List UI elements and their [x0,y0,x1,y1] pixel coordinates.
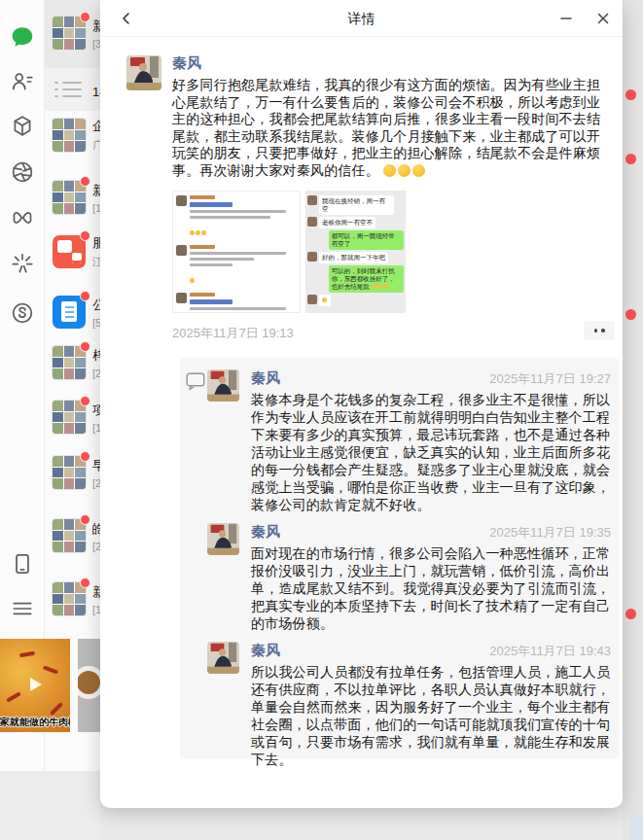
window-corner-fragment [630,815,643,840]
unread-badge [80,291,90,301]
unread-badge [80,514,90,525]
chat-title: 新 [92,182,100,199]
comment: 秦风2025年11月7日 19:27 装修本身是个花钱多的复杂工程，很多业主不是… [207,369,611,513]
bottom-left-strip [0,771,100,840]
unread-badge [80,176,90,187]
post-timestamp: 2025年11月7日 19:13 [172,325,294,342]
minimize-button[interactable] [553,6,580,31]
chat-title: 新 [92,583,100,601]
unread-badge [625,89,636,100]
chat-subtitle: 江 [92,255,100,269]
chat-subtitle: [1 [92,202,100,214]
comment-author-name[interactable]: 秦风 [251,369,280,388]
close-button[interactable] [589,6,617,31]
chat-title: 新 [92,18,100,35]
chat-list-item[interactable]: 公[5 [45,295,100,330]
chat-bubble: 都可以，周一我现经常有空了 [329,230,404,250]
comment-bubble-icon [186,372,205,395]
chats-icon[interactable] [9,23,36,51]
comment-author-name[interactable]: 秦风 [251,523,280,542]
comment-author-avatar[interactable] [207,642,239,674]
chat-subtitle: [1 [92,604,100,615]
unread-badge [80,451,90,462]
chat-list-item[interactable]: 项[1 [45,400,100,435]
video-thumbnail-bowl[interactable] [78,639,100,732]
post-text: 好多同行抱怨尾款难结，我真的很少有这方面的烦恼。因为有些业主担心尾款结了，万一有… [172,77,614,179]
chat-bubble: 可以的，到时我来打扰你，东西都收拾好了，也好去结尾款 [329,265,404,293]
chat-subtitle: [5 [92,317,100,329]
more-actions-button[interactable] [584,321,615,340]
window-title: 详情 [100,11,623,28]
post-image-chat-screenshot[interactable]: 我现在换经销，周一有空 老板你周一有空不 都可以，周一我现经常有空了 好的，那就… [305,191,406,313]
post-author-avatar[interactable] [126,55,161,90]
comment-timestamp: 2025年11月7日 19:27 [489,370,611,388]
comment: 秦风2025年11月7日 19:35 面对现在的市场行情，很多公司会陷入一种恶性… [207,523,611,632]
chat-subtitle: 广 [92,138,100,153]
bottom-strip [100,808,623,840]
chat-title: 服 [92,234,100,252]
handshake-emoji [412,164,425,177]
group-avatar [52,118,87,153]
comment-text: 所以我公司人员都没有拉单任务，包括管理人员，施工人员还有供应商，不以拉单评比，各… [251,663,611,768]
titlebar: 详情 [100,0,623,37]
chat-subtitle: [2 [92,541,100,552]
top-stories-icon[interactable] [9,250,36,277]
chat-list-item[interactable]: 皓[2 [45,518,100,553]
unread-badge [625,309,636,320]
channels-icon[interactable] [9,204,36,231]
detail-window: 详情 秦风 好多同行抱怨尾款难结，我真的很少有这方面的烦恼。因为有些业主担心尾款… [100,0,623,808]
unread-badge [80,12,90,22]
chat-title: 早 [92,457,100,474]
post-text-content: 好多同行抱怨尾款难结，我真的很少有这方面的烦恼。因为有些业主担心尾款结了，万一有… [172,77,600,178]
unread-badge [80,578,90,588]
comment-timestamp: 2025年11月7日 19:35 [489,524,611,542]
chat-bubble: 我现在换经销，周一有空 [319,195,394,215]
chat-subtitle: [1 [92,422,100,434]
comment-timestamp: 2025年11月7日 19:43 [489,643,611,660]
unread-badge [80,230,90,241]
handshake-emoji [383,164,396,177]
favorites-icon[interactable] [9,113,36,140]
unread-badge [625,609,636,619]
chat-subtitle: [2 [92,368,100,379]
occluded-window-strip [623,0,643,840]
search-icon[interactable] [9,299,36,327]
post-author-name[interactable]: 秦风 [172,54,201,73]
post-image-comments-screenshot[interactable] [172,191,301,313]
chat-list-item-folded-groups[interactable]: 14 [45,74,100,109]
comment-author-name[interactable]: 秦风 [251,642,280,660]
unread-badge [80,341,90,352]
phone-icon[interactable] [9,550,36,578]
handshake-emoji [398,164,411,177]
chat-list-item[interactable]: 新[1 [45,581,100,616]
chat-title: 皓 [92,520,100,538]
chat-list-item[interactable]: 企广 [45,118,100,153]
chat-bubble-emoji [319,295,331,306]
chat-list-item[interactable]: 服江 [45,234,100,269]
chat-list-item[interactable]: 早[2 [45,455,100,490]
unread-badge [80,396,90,406]
chat-bubble: 好的，那就周一下午吧 [319,252,388,263]
unread-badge [625,154,636,164]
comment-author-avatar[interactable] [207,523,239,555]
chat-title: 企 [92,118,100,135]
video-thumbnail-noodles[interactable]: 家就能做的牛肉椒麻 [0,639,70,732]
chat-list-item[interactable]: 梓[2 [45,345,100,380]
service-app-avatar [53,235,86,268]
chat-title: 14 [92,85,100,99]
chat-title: 公 [92,297,100,314]
comment: 秦风2025年11月7日 19:43 所以我公司人员都没有拉单任务，包括管理人员… [207,642,611,768]
video-caption: 家就能做的牛肉椒麻 [0,716,70,729]
moments-icon[interactable] [9,158,36,186]
chat-subtitle: [3 [92,38,100,50]
chat-title: 项 [92,402,100,419]
chat-list-item[interactable]: 新[3 [45,16,100,51]
wechat-desktop: 新[3 14 企广 新[1 服江 公[5 梓[2 项[1 [0,0,643,840]
comment-author-avatar[interactable] [207,369,239,402]
chat-list-item[interactable]: 新[1 [45,180,100,215]
menu-icon[interactable] [9,595,36,622]
docs-app-avatar [53,296,86,329]
comment-text: 面对现在的市场行情，很多公司会陷入一种恶性循环，正常报价没吸引力，没业主上门，就… [251,544,611,632]
folded-groups-icon [54,80,84,101]
contacts-icon[interactable] [9,68,36,95]
